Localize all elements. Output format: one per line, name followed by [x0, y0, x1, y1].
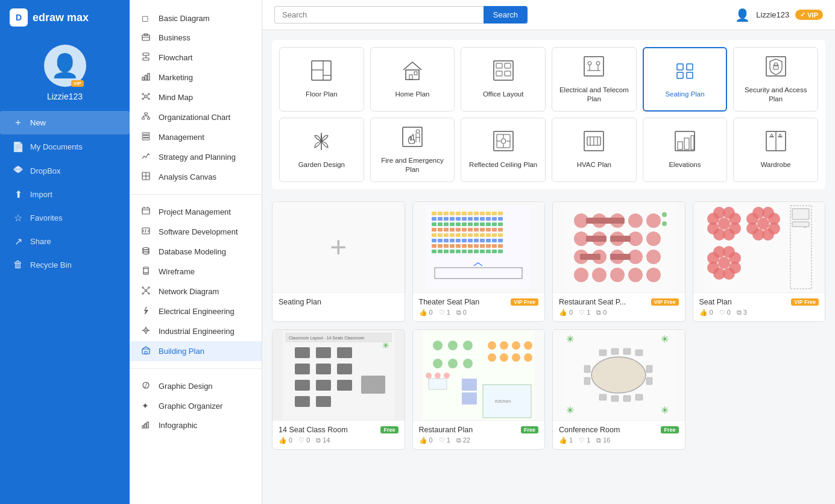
nav-item-project-mgmt[interactable]: Project Management: [130, 202, 262, 222]
nav-item-org-chart[interactable]: Organizational Chart: [130, 107, 262, 127]
sidebar-item-favorites[interactable]: ☆ Favorites: [0, 207, 130, 229]
svg-rect-199: [468, 244, 473, 248]
nav-item-building-plan[interactable]: Building Plan: [130, 341, 262, 361]
flowchart-icon: [142, 52, 153, 63]
svg-rect-163: [468, 228, 473, 232]
svg-rect-30: [142, 136, 150, 137]
svg-rect-309: [462, 392, 477, 405]
svg-point-306: [435, 373, 441, 379]
electrical-telecom-label: Electrical and Telecom Plan: [557, 86, 631, 104]
classroom-name: 14 Seat Class Room: [279, 426, 348, 434]
nav-item-business[interactable]: Business: [130, 28, 262, 48]
template-new-seating[interactable]: + Seating Plan: [272, 201, 405, 322]
seat-plan-footer: Seat Plan VIP Free 👍 0 ♡ 0 ⧉ 3: [693, 292, 825, 321]
nav-item-marketing[interactable]: Marketing: [130, 68, 262, 87]
svg-rect-158: [438, 228, 443, 232]
svg-point-233: [574, 268, 588, 282]
category-seating-plan[interactable]: Seating Plan: [643, 47, 728, 112]
svg-rect-140: [474, 217, 479, 221]
svg-rect-204: [498, 244, 503, 248]
svg-rect-242: [580, 254, 600, 260]
nav-item-basic-diagram[interactable]: ◻ Basic Diagram: [130, 8, 262, 28]
svg-point-95: [774, 63, 778, 66]
svg-rect-213: [480, 250, 485, 253]
search-button[interactable]: Search: [484, 6, 528, 24]
svg-rect-7: [143, 53, 149, 55]
nav-item-management[interactable]: Management: [130, 127, 262, 147]
elevations-icon: [673, 130, 696, 156]
category-office-layout[interactable]: Office Layout: [461, 47, 546, 112]
nav-item-mind-map[interactable]: Mind Map: [130, 87, 262, 107]
nav-item-strategy[interactable]: Strategy and Planning: [130, 147, 262, 167]
nav-item-graphic-organizer[interactable]: ✦ Graphic Organizer: [130, 396, 262, 415]
nav-item-network[interactable]: Network Diagram: [130, 282, 262, 301]
sidebar-item-share[interactable]: ↗ Share: [0, 230, 130, 253]
category-floor-plan[interactable]: Floor Plan: [279, 47, 364, 112]
svg-rect-334: [646, 365, 652, 373]
nav-item-database[interactable]: Database Modeling: [130, 242, 262, 262]
nav-item-wireframe[interactable]: Wireframe: [130, 262, 262, 282]
svg-point-234: [592, 268, 607, 282]
nav-item-electrical[interactable]: Electrical Engineering: [130, 301, 262, 321]
electrical-telecom-icon: [582, 55, 605, 81]
sidebar-item-dropbox[interactable]: DropBox: [0, 159, 130, 182]
theater-preview: [413, 202, 545, 292]
like-icon: 👍: [279, 436, 287, 444]
svg-rect-288: [295, 380, 310, 391]
category-elevations[interactable]: Elevations: [643, 118, 728, 182]
category-home-plan[interactable]: Home Plan: [370, 47, 455, 112]
category-security-access[interactable]: Security and Access Plan: [733, 47, 818, 112]
floor-plan-label: Floor Plan: [306, 90, 337, 99]
svg-rect-192: [498, 239, 503, 242]
template-restaurant-seat[interactable]: Restaurant Seat P... VIP Free 👍 0 ♡ 1 ⧉ …: [552, 201, 685, 322]
template-conference[interactable]: ✳ ✳ ✳ ✳: [552, 329, 685, 450]
classroom-likes: 👍 0: [279, 436, 292, 444]
category-wardrobe[interactable]: Wardrobe: [733, 118, 818, 182]
svg-rect-239: [604, 218, 625, 224]
svg-rect-189: [480, 239, 485, 242]
nav-item-flowchart[interactable]: Flowchart: [130, 48, 262, 68]
nav-divider-2: [130, 368, 262, 369]
sidebar-item-my-documents[interactable]: 📄 My Documents: [0, 136, 130, 158]
svg-point-307: [444, 373, 450, 379]
svg-point-50: [145, 290, 147, 292]
category-electrical-telecom[interactable]: Electrical and Telecom Plan: [552, 47, 637, 112]
svg-rect-277: [792, 222, 809, 227]
software-dev-icon: [142, 227, 153, 237]
svg-point-13: [145, 95, 147, 98]
svg-line-58: [147, 291, 148, 293]
svg-rect-173: [456, 233, 461, 237]
graphic-organizer-icon: ✦: [142, 401, 153, 411]
template-restaurant[interactable]: Kitchen: [412, 329, 546, 450]
svg-rect-243: [610, 254, 631, 260]
copy-icon: ⧉: [456, 436, 461, 444]
nav-item-infographic[interactable]: Infographic: [130, 415, 262, 435]
sidebar-item-recycle-bin[interactable]: 🗑 Recycle Bin: [0, 254, 130, 276]
sidebar-item-new[interactable]: ＋ New: [0, 111, 130, 134]
svg-rect-10: [142, 77, 144, 80]
seat-plan-title-row: Seat Plan VIP Free: [699, 298, 819, 306]
svg-rect-145: [432, 222, 436, 226]
nav-item-industrial[interactable]: Industrial Engineering: [130, 321, 262, 341]
template-classroom[interactable]: Classroom Layout - 14 Seats Classroom ✳: [272, 329, 405, 450]
nav-item-graphic-design[interactable]: Graphic Design: [130, 376, 262, 396]
svg-text:✳: ✳: [566, 334, 574, 344]
svg-rect-178: [486, 233, 491, 237]
category-garden-design[interactable]: Garden Design: [279, 118, 364, 182]
sidebar-item-label: New: [30, 118, 46, 127]
category-reflected-ceiling[interactable]: Reflected Ceiling Plan: [461, 118, 546, 182]
template-seat-plan[interactable]: Stage Seat Plan VIP Free 👍 0 ♡ 0 ⧉ 3: [693, 201, 826, 322]
sidebar-item-import[interactable]: ⬆ Import: [0, 183, 130, 206]
search-input[interactable]: [274, 6, 484, 24]
vip-checkmark: ✓: [800, 11, 805, 19]
classroom-title-row: 14 Seat Class Room Free: [279, 426, 399, 434]
conference-name: Conference Room: [559, 426, 620, 434]
nav-item-analysis[interactable]: Analysis Canvas: [130, 167, 262, 187]
template-theater-seat[interactable]: Theater Seat Plan VIP Free 👍 0 ♡ 1 ⧉ 0: [412, 201, 546, 322]
svg-rect-131: [492, 212, 497, 215]
nav-item-software-dev[interactable]: Software Development: [130, 222, 262, 242]
svg-rect-179: [492, 233, 497, 237]
category-hvac[interactable]: HVAC Plan: [552, 118, 637, 182]
category-fire-emergency[interactable]: Fire and Emergency Plan: [370, 118, 455, 182]
svg-point-49: [145, 273, 147, 274]
